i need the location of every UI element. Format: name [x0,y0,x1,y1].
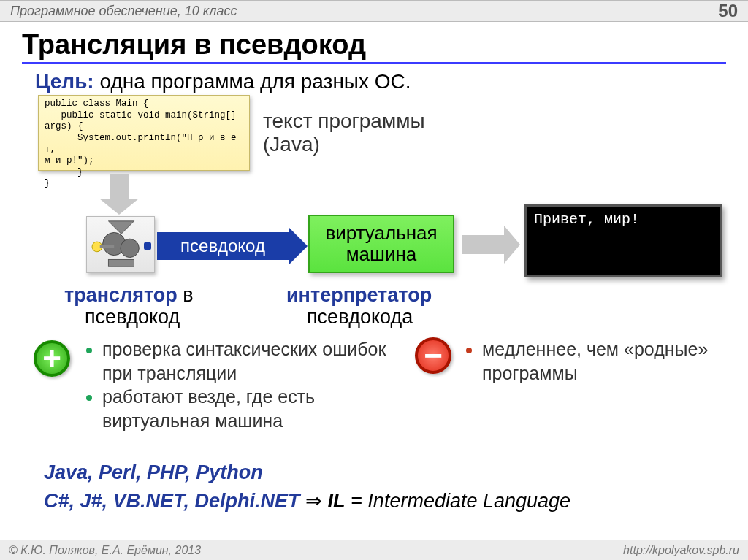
minus-icon: − [415,337,451,374]
caption-translator-b: транслятор [64,284,178,306]
caption-interpreter: интерпретатор псевдокода [286,285,432,328]
cons-list: медленнее, чем «родные» программы [468,337,716,385]
console-output-box: Привет, мир! [524,204,722,277]
caption-interpreter-sub: псевдокода [307,306,413,328]
svg-rect-4 [100,245,114,248]
plus-icon: + [34,340,70,377]
program-text-label: текст программы (Java) [263,110,425,156]
topbar: Программное обеспечение, 10 класс 50 [0,0,748,22]
langs2-left: C#, J#, VB.NET, Delphi.NET [44,490,300,512]
langs2-arrow: ⇒ [300,490,328,512]
caption-translator-sub: псевдокод [85,306,180,328]
caption-interpreter-b: интерпретатор [286,284,432,306]
subject-label: Программное обеспечение, 10 класс [10,4,237,19]
caption-translator-rest: в [178,284,194,306]
languages-line-1: Java, Perl, PHP, Python [44,461,263,484]
arrow-down-icon [110,174,129,200]
progtext-line2: (Java) [263,133,320,156]
virtual-machine-box: виртуальная машина [308,215,454,273]
goal-line: Цель: одна программа для разных ОС. [35,70,719,93]
pseudocode-arrow: псевдокод [157,232,289,260]
pseudocode-arrow-label: псевдокод [180,236,265,256]
langs2-il-rest: = Intermediate Language [346,490,570,512]
svg-rect-5 [108,259,134,266]
source-code-box: public class Main { public static void m… [38,95,250,171]
slide-title: Трансляция в псевдокод [22,29,726,64]
langs2-il: IL [328,490,346,512]
footer: © К.Ю. Поляков, Е.А. Ерёмин, 2013 http:/… [0,540,748,560]
footer-author: © К.Ю. Поляков, Е.А. Ерёмин, 2013 [9,544,201,557]
caption-translator: транслятор в псевдокод [64,285,194,328]
page-number: 50 [718,1,738,21]
goal-text: одна программа для разных ОС. [94,70,411,93]
pros-item: работают везде, где есть виртуальная маш… [102,385,387,432]
svg-point-2 [121,239,139,257]
virtual-machine-label: виртуальная машина [325,223,437,264]
console-output-text: Привет, мир! [534,211,639,228]
cons-item: медленнее, чем «родные» программы [482,337,716,385]
footer-url: http://kpolyakov.spb.ru [623,544,739,557]
svg-marker-0 [108,221,134,234]
pros-list: проверка синтаксических ошибок при транс… [88,337,387,432]
arrow-right-icon [462,235,504,254]
goal-label: Цель: [35,70,94,93]
languages-line-2: C#, J#, VB.NET, Delphi.NET ⇒ IL = Interm… [44,489,570,513]
pros-item: проверка синтаксических ошибок при транс… [102,337,387,385]
progtext-line1: текст программы [263,110,425,132]
